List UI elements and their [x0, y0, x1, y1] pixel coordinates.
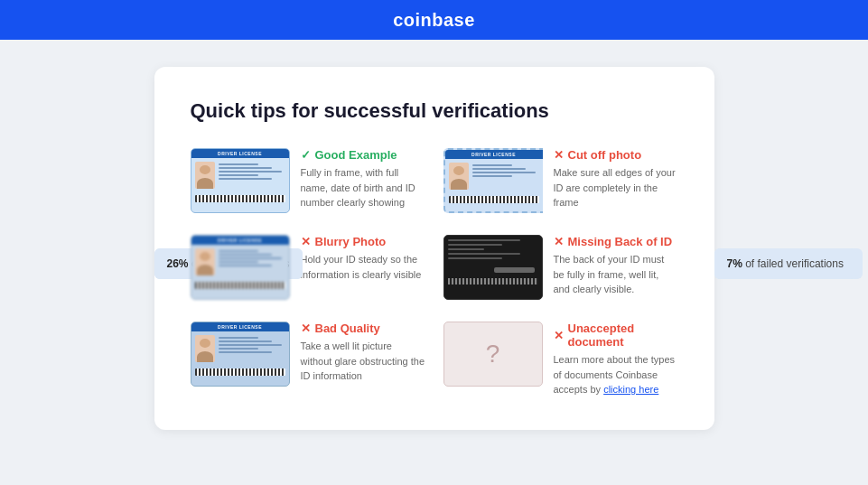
id-line: [219, 344, 282, 346]
example-cutoff: DRIVER LICENSE ✕: [443, 148, 678, 213]
id-card-photo: [195, 162, 215, 189]
id-card-header: DRIVER LICENSE: [191, 149, 289, 158]
id-card-photo: [449, 163, 469, 190]
example-unaccepted-heading: ✕ Unaccepted document: [554, 322, 678, 349]
id-line: [219, 261, 258, 263]
id-line: [219, 348, 258, 350]
missing-back-sig: [494, 267, 535, 273]
id-line: [219, 174, 258, 176]
example-unaccepted-title: Unaccepted document: [568, 322, 678, 349]
id-card-lines: [472, 163, 539, 190]
id-line: [219, 163, 258, 165]
id-card-body: [191, 245, 289, 279]
id-card-blurry: DRIVER LICENSE: [191, 235, 290, 300]
id-card-header: DRIVER LICENSE: [445, 150, 543, 159]
id-line: [219, 340, 272, 342]
example-cutoff-heading: ✕ Cut off photo: [554, 148, 678, 162]
example-bad-quality: DRIVER LICENSE: [191, 322, 425, 397]
right-badge-3-label: of failed verifications: [745, 257, 844, 270]
id-line: [472, 168, 526, 170]
id-line: [219, 257, 282, 259]
id-line: [219, 337, 258, 339]
id-card-lines: [219, 162, 285, 189]
missing-back-line: [448, 239, 520, 241]
example-good-desc: Fully in frame, with full name, date of …: [301, 165, 425, 210]
example-cutoff-content: ✕ Cut off photo Make sure all edges of y…: [554, 148, 678, 210]
id-card-body: [191, 331, 289, 366]
id-card-barcode: [195, 195, 285, 202]
good-check-icon: ✓: [301, 148, 311, 162]
id-card-body: [191, 158, 289, 192]
example-missing-back-title: Missing Back of ID: [568, 235, 673, 248]
example-blurry-desc: Hold your ID steady so the information i…: [301, 252, 425, 282]
id-line: [472, 175, 512, 177]
example-missing-back: ✕ Missing Back of ID The back of your ID…: [443, 235, 678, 300]
example-good-heading: ✓ Good Example: [301, 148, 425, 162]
missing-back-line: [448, 248, 484, 250]
id-line: [472, 164, 512, 166]
missing-back-line: [448, 257, 502, 259]
example-bad-quality-heading: ✕ Bad Quality: [301, 322, 425, 335]
bad-x-icon: ✕: [554, 148, 564, 162]
example-missing-back-heading: ✕ Missing Back of ID: [554, 235, 678, 248]
id-card-cutoff: DRIVER LICENSE: [443, 148, 543, 213]
example-good-title: Good Example: [315, 148, 397, 162]
id-line: [472, 172, 536, 173]
page-content: 37% of failed verifications 26% of faile…: [0, 40, 868, 457]
id-line: [219, 265, 272, 266]
example-unaccepted-desc: Learn more about the types of documents …: [554, 352, 678, 397]
id-card-photo: [195, 335, 215, 362]
examples-grid: DRIVER LICENSE: [191, 148, 678, 397]
id-card-lines: [219, 248, 285, 275]
question-mark-icon: ?: [486, 340, 500, 368]
bad-x-icon: ✕: [554, 235, 564, 248]
bad-x-icon: ✕: [301, 235, 311, 248]
right-badge-3: 7% of failed verifications: [714, 248, 856, 279]
example-unaccepted-content: ✕ Unaccepted document Learn more about t…: [554, 322, 678, 397]
card-title: Quick tips for successful verifications: [191, 99, 678, 123]
example-cutoff-title: Cut off photo: [568, 148, 642, 162]
id-line: [219, 178, 272, 180]
id-card-header: DRIVER LICENSE: [191, 236, 289, 245]
right-badge-3-percent: 7%: [727, 257, 742, 270]
left-badge-2-percent: 26%: [167, 257, 189, 270]
example-missing-back-desc: The back of your ID must be fully in fra…: [554, 252, 678, 297]
id-line: [219, 351, 272, 353]
example-cutoff-desc: Make sure all edges of your ID are compl…: [554, 165, 678, 210]
id-card-body: [445, 159, 543, 193]
clicking-here-link[interactable]: clicking here: [603, 384, 658, 395]
example-good: DRIVER LICENSE: [191, 148, 425, 213]
id-line: [219, 171, 282, 173]
id-card-bad-quality: DRIVER LICENSE: [191, 322, 290, 387]
bad-x-icon: ✕: [554, 329, 564, 342]
example-blurry-title: Blurry Photo: [315, 235, 387, 248]
id-card-lines: [219, 335, 285, 362]
app-header: coinbase: [0, 0, 868, 40]
missing-back-line: [448, 253, 520, 255]
example-good-content: ✓ Good Example Fully in frame, with full…: [301, 148, 425, 210]
id-card-unaccepted: ?: [443, 322, 543, 387]
id-line: [219, 250, 258, 252]
id-line: [219, 167, 272, 169]
example-blurry-heading: ✕ Blurry Photo: [301, 235, 425, 248]
example-unaccepted: ? ✕ Unaccepted document Learn more about…: [443, 322, 678, 397]
example-blurry: DRIVER LICENSE: [191, 235, 425, 300]
id-card-good: DRIVER LICENSE: [191, 148, 290, 213]
example-bad-quality-title: Bad Quality: [315, 322, 380, 335]
example-blurry-content: ✕ Blurry Photo Hold your ID steady so th…: [301, 235, 425, 282]
id-card-photo: [195, 248, 215, 275]
coinbase-logo: coinbase: [393, 10, 475, 31]
id-card-barcode: [195, 368, 285, 376]
example-bad-quality-content: ✕ Bad Quality Take a well lit picture wi…: [301, 322, 425, 384]
id-card-barcode: [449, 196, 539, 203]
main-card: Quick tips for successful verifications …: [154, 67, 714, 430]
missing-back-barcode: [448, 278, 538, 284]
missing-back-line: [448, 244, 502, 246]
id-card-barcode: [195, 282, 285, 289]
bad-x-icon: ✕: [301, 322, 311, 335]
id-card-header: DRIVER LICENSE: [191, 322, 289, 331]
example-bad-quality-desc: Take a well lit picture without glare ob…: [301, 339, 425, 384]
id-line: [219, 254, 272, 256]
example-missing-back-content: ✕ Missing Back of ID The back of your ID…: [554, 235, 678, 297]
missing-back-body: [444, 236, 542, 276]
